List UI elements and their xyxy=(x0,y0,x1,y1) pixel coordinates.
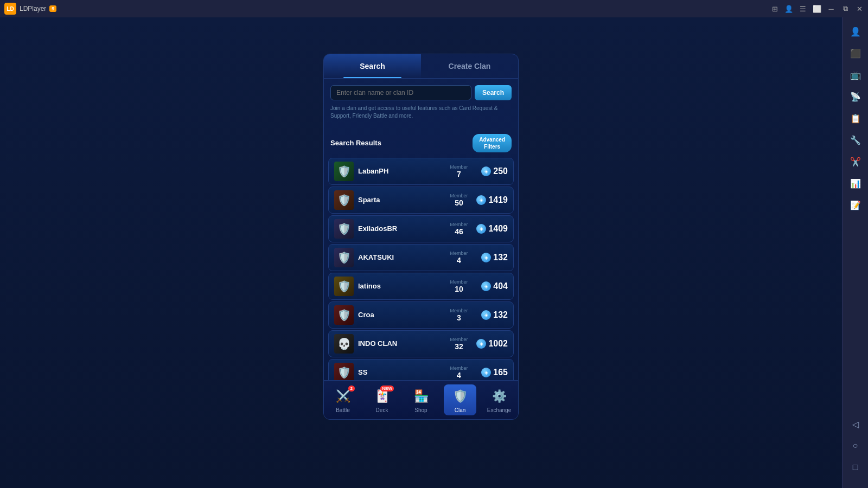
member-info: Member 3 xyxy=(447,308,471,322)
member-count: 7 xyxy=(457,170,461,178)
nav-item-clan[interactable]: 🛡️ Clan xyxy=(444,384,476,415)
trophy-count: 1419 xyxy=(488,195,508,205)
minimize-button[interactable]: ─ xyxy=(827,4,835,13)
close-button[interactable]: ✕ xyxy=(855,4,864,13)
nav-item-exchange[interactable]: ⚙️ Exchange xyxy=(483,384,515,415)
member-info: Member 4 xyxy=(447,365,471,380)
right-sidebar: 👤 ⬛ 📺 📡 📋 🔧 ✂️ 📊 📝 ◁ ○ □ xyxy=(842,0,868,488)
member-count: 3 xyxy=(457,313,461,322)
ldplayer-logo: LD xyxy=(4,3,16,15)
shop-icon-wrap: 🏪 xyxy=(411,387,431,406)
trophy-icon: ◈ xyxy=(481,368,491,377)
trophy-icon: ◈ xyxy=(481,166,491,176)
sidebar-icon-broadcast[interactable]: 📡 xyxy=(846,87,865,106)
app-title: LDPlayer xyxy=(20,5,46,12)
member-count: 50 xyxy=(455,198,463,207)
tab-create-clan[interactable]: Create Clan xyxy=(421,54,518,78)
exchange-icon: ⚙️ xyxy=(492,389,507,403)
trophy-info: ◈ 250 xyxy=(475,166,508,176)
member-count: 46 xyxy=(455,227,463,236)
trophy-count: 165 xyxy=(493,368,508,377)
titlebar-menu[interactable]: ☰ xyxy=(799,4,807,13)
trophy-icon: ◈ xyxy=(476,224,486,234)
title-bar-left: LD LDPlayer 9 xyxy=(4,3,56,15)
nav-item-shop[interactable]: 🏪 Shop xyxy=(405,384,437,415)
member-label: Member xyxy=(450,222,468,227)
table-row[interactable]: 🛡️ AKATSUKI Member 4 ◈ 132 xyxy=(328,244,514,271)
trophy-count: 404 xyxy=(493,281,508,291)
clan-icon-wrap: 🛡️ xyxy=(450,387,470,406)
version-badge: 9 xyxy=(49,5,56,12)
sidebar-icon-circle[interactable]: ○ xyxy=(846,436,865,455)
sidebar-icon-tools[interactable]: 🔧 xyxy=(846,130,865,150)
sidebar-icon-back[interactable]: ◁ xyxy=(846,414,865,434)
member-count: 10 xyxy=(455,285,463,293)
clan-emblem: 🛡️ xyxy=(334,190,354,210)
sidebar-icon-profile[interactable]: 👤 xyxy=(846,22,865,41)
titlebar-icon-2[interactable]: 👤 xyxy=(784,4,793,13)
clan-emblem: 🛡️ xyxy=(334,248,354,267)
table-row[interactable]: 🛡️ latinos Member 10 ◈ 404 xyxy=(328,273,514,300)
member-info: Member 10 xyxy=(447,279,471,293)
clan-name: Croa xyxy=(358,311,443,319)
exchange-icon-wrap: ⚙️ xyxy=(489,387,509,406)
member-info: Member 32 xyxy=(447,337,471,351)
clan-name: Sparta xyxy=(358,196,443,204)
sidebar-icon-stats[interactable]: 📊 xyxy=(846,174,865,193)
nav-item-battle[interactable]: ⚔️ 2 Battle xyxy=(327,384,359,415)
game-area: Search Create Clan Search Join a clan an… xyxy=(0,17,842,488)
sidebar-icon-notes[interactable]: 📝 xyxy=(846,195,865,215)
member-label: Member xyxy=(450,279,468,285)
trophy-info: ◈ 165 xyxy=(475,368,508,377)
member-label: Member xyxy=(450,337,468,342)
shop-label: Shop xyxy=(414,407,427,413)
titlebar-icon-3[interactable]: ⬜ xyxy=(813,4,821,13)
sidebar-icon-clipboard[interactable]: 📋 xyxy=(846,108,865,128)
titlebar-icon-1[interactable]: ⊞ xyxy=(770,4,779,13)
table-row[interactable]: 🛡️ Croa Member 3 ◈ 132 xyxy=(328,301,514,329)
table-row[interactable]: 💀 INDO CLAN Member 32 ◈ 1002 xyxy=(328,330,514,357)
member-info: Member 7 xyxy=(447,164,471,178)
trophy-count: 250 xyxy=(493,166,508,176)
clan-name: latinos xyxy=(358,282,443,290)
member-label: Member xyxy=(450,308,468,313)
nav-item-deck[interactable]: 🃏 NEW Deck xyxy=(366,384,398,415)
trophy-count: 132 xyxy=(493,310,508,320)
tab-search[interactable]: Search xyxy=(324,54,421,78)
trophy-count: 1002 xyxy=(488,339,508,349)
clan-emblem: 🛡️ xyxy=(334,219,354,239)
search-button[interactable]: Search xyxy=(475,85,512,100)
battle-badge: 2 xyxy=(348,386,355,391)
trophy-info: ◈ 1409 xyxy=(475,224,508,234)
clan-panel: Search Create Clan Search Join a clan an… xyxy=(323,54,519,420)
trophy-info: ◈ 404 xyxy=(475,281,508,291)
trophy-info: ◈ 132 xyxy=(475,310,508,320)
exchange-label: Exchange xyxy=(487,407,511,413)
trophy-info: ◈ 132 xyxy=(475,253,508,262)
battle-icon: ⚔️ xyxy=(336,389,350,403)
clan-icon: 🛡️ xyxy=(453,389,468,403)
trophy-count: 132 xyxy=(493,253,508,262)
table-row[interactable]: 🛡️ Sparta Member 50 ◈ 1419 xyxy=(328,187,514,214)
sidebar-icon-cut[interactable]: ✂️ xyxy=(846,152,865,171)
sidebar-bottom: ◁ ○ □ xyxy=(846,414,865,488)
bottom-nav: ⚔️ 2 Battle 🃏 NEW Deck 🏪 Shop xyxy=(323,380,519,419)
table-row[interactable]: 🛡️ ExiladosBR Member 46 ◈ 1409 xyxy=(328,215,514,242)
sidebar-icon-square[interactable]: □ xyxy=(846,458,865,477)
table-row[interactable]: 🛡️ LabanPH Member 7 ◈ 250 xyxy=(328,158,514,185)
sidebar-icon-grid[interactable]: ⬛ xyxy=(846,43,865,63)
member-label: Member xyxy=(450,365,468,371)
member-info: Member 4 xyxy=(447,251,471,265)
title-bar-controls: ⊞ 👤 ☰ ⬜ ─ ⧉ ✕ xyxy=(770,4,864,13)
member-count: 32 xyxy=(455,342,463,351)
member-info: Member 46 xyxy=(447,222,471,236)
advanced-filters-button[interactable]: AdvancedFilters xyxy=(473,134,512,152)
shop-icon: 🏪 xyxy=(414,389,429,403)
trophy-icon: ◈ xyxy=(476,195,486,205)
clan-search-input[interactable] xyxy=(330,85,471,100)
member-count: 4 xyxy=(457,256,461,265)
battle-label: Battle xyxy=(336,407,350,413)
clan-emblem: 🛡️ xyxy=(334,363,354,382)
restore-button[interactable]: ⧉ xyxy=(841,4,850,13)
sidebar-icon-screen[interactable]: 📺 xyxy=(846,65,865,85)
